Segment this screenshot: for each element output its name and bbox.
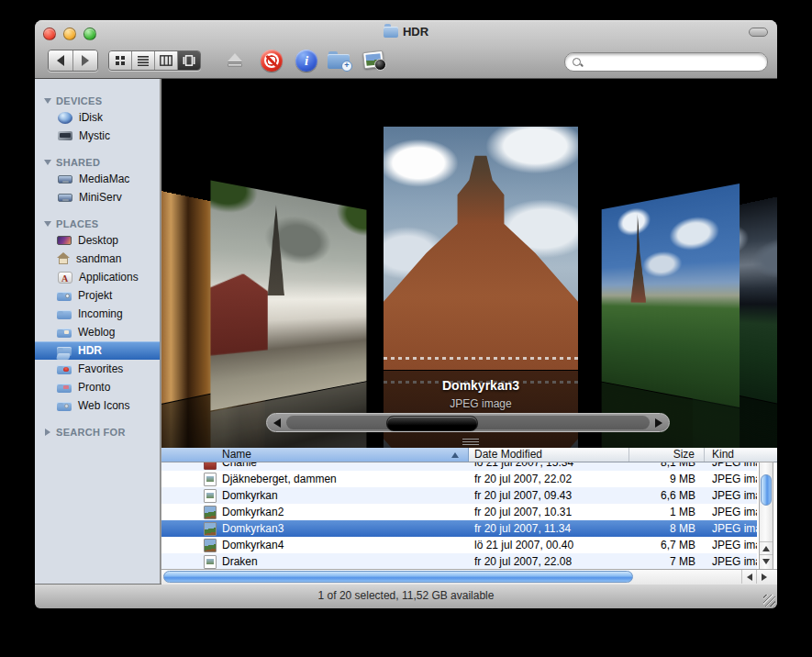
- pronto-folder-icon: [57, 384, 72, 393]
- search-field[interactable]: [564, 52, 768, 72]
- eject-button[interactable]: [221, 47, 249, 74]
- disclosure-triangle-icon[interactable]: [45, 429, 50, 436]
- table-row[interactable]: Domkyrkan4 lö 21 jul 2007, 00.40 6,7 MB …: [161, 537, 757, 553]
- pane-splitter-handle[interactable]: [462, 439, 479, 446]
- display-icon: [58, 175, 72, 184]
- scrub-left-icon[interactable]: [273, 418, 281, 428]
- scroll-left-button[interactable]: [741, 570, 756, 584]
- coverflow-view-button[interactable]: [177, 51, 200, 70]
- sidebar-item[interactable]: Favorites: [35, 360, 160, 378]
- table-row[interactable]: Domkyrkan3 fr 20 jul 2007, 11.34 8 MB JP…: [161, 520, 757, 537]
- sidebar-item-label: Favorites: [78, 362, 123, 375]
- cell-size: 7 MB: [629, 555, 705, 568]
- search-icon: [572, 57, 583, 68]
- arrow-left-icon: [747, 573, 752, 581]
- domkyrkan3-photo[interactable]: [384, 127, 578, 370]
- back-arrow-icon: [57, 55, 64, 66]
- vertical-scrollbar[interactable]: [759, 462, 773, 570]
- forward-button[interactable]: [72, 50, 97, 71]
- sidebar-item[interactable]: Desktop: [35, 231, 160, 250]
- town-spire-photo[interactable]: [602, 184, 740, 407]
- back-button[interactable]: [49, 50, 72, 71]
- toolbar-toggle-button[interactable]: [749, 28, 768, 37]
- icon-view-button[interactable]: [109, 51, 131, 70]
- doc-file-icon: [204, 473, 217, 486]
- sidebar-section-header[interactable]: SHARED: [35, 155, 160, 170]
- home-icon: [56, 251, 71, 266]
- vertical-scrollbar-thumb[interactable]: [761, 474, 772, 506]
- disclosure-triangle-icon[interactable]: [44, 221, 51, 227]
- sidebar-item[interactable]: Pronto: [35, 378, 160, 396]
- table-row[interactable]: Djäkneberget, dammen fr 20 jul 2007, 22.…: [161, 471, 757, 487]
- table-row[interactable]: Charlie lö 21 jul 2007, 15.34 8,1 MB JPE…: [161, 462, 757, 471]
- sidebar-item[interactable]: Incoming: [35, 305, 160, 323]
- sidebar-item-label: Weblog: [78, 326, 115, 339]
- coverflow-selected-title: Domkyrkan3: [384, 378, 578, 393]
- horizontal-scrollbar[interactable]: [161, 569, 777, 585]
- sidebar-section-header[interactable]: SEARCH FOR: [35, 425, 160, 440]
- cell-name: Domkyrkan4: [161, 539, 469, 552]
- sidebar-section-label: SEARCH FOR: [56, 427, 126, 438]
- coverflow-area[interactable]: Domkyrkan3 JPEG image: [161, 79, 777, 448]
- sidebar-item[interactable]: Projekt: [35, 286, 160, 305]
- photo-app-icon: [362, 50, 386, 71]
- cell-name: Domkyrkan: [161, 489, 469, 503]
- scroll-up-button[interactable]: [760, 541, 773, 555]
- sidebar-item[interactable]: HDR: [35, 341, 160, 360]
- column-header-name[interactable]: Name: [161, 448, 469, 462]
- disclosure-triangle-icon[interactable]: [44, 98, 51, 104]
- horizontal-scrollbar-thumb[interactable]: [163, 571, 633, 583]
- scrub-right-icon[interactable]: [655, 418, 662, 428]
- column-header-date-modified[interactable]: Date Modified: [469, 448, 629, 462]
- column-header-kind[interactable]: Kind: [705, 448, 777, 462]
- table-row[interactable]: Draken fr 20 jul 2007, 22.08 7 MB JPEG i…: [161, 553, 757, 570]
- coverflow-scrubber-thumb[interactable]: [386, 416, 478, 431]
- column-view-icon: [160, 55, 172, 66]
- scroll-down-button[interactable]: [760, 554, 773, 568]
- sidebar-item[interactable]: Mystic: [35, 127, 160, 145]
- cell-date-modified: fr 20 jul 2007, 10.31: [469, 506, 629, 518]
- column-header-size[interactable]: Size: [629, 448, 705, 462]
- scroll-right-button[interactable]: [756, 570, 771, 584]
- cover-photo: [210, 180, 366, 410]
- window-chrome[interactable]: HDR: [35, 20, 777, 79]
- list-view-button[interactable]: [131, 51, 154, 70]
- status-bar: 1 of 20 selected, 11,52 GB available: [35, 584, 777, 608]
- sidebar-section: SHARED MediaMac MiniServ: [35, 155, 160, 206]
- arrow-right-icon: [762, 573, 767, 581]
- sidebar-item-label: MiniServ: [79, 191, 122, 204]
- sidebar-item[interactable]: Weblog: [35, 323, 160, 341]
- sidebar-section-header[interactable]: DEVICES: [35, 94, 160, 108]
- column-view-button[interactable]: [154, 51, 177, 70]
- disclosure-triangle-icon[interactable]: [44, 160, 51, 165]
- photo-app-button[interactable]: [361, 47, 388, 74]
- sidebar-item[interactable]: iDisk: [35, 108, 160, 127]
- sidebar-item[interactable]: Applications: [35, 268, 160, 286]
- sidebar-item-label: Web Icons: [78, 399, 129, 412]
- favorites-folder-icon: [57, 365, 72, 374]
- sidebar-section-header[interactable]: PLACES: [35, 217, 160, 231]
- new-folder-button[interactable]: +: [326, 47, 353, 74]
- get-info-button[interactable]: i: [293, 47, 320, 74]
- cell-date-modified: fr 20 jul 2007, 09.43: [469, 489, 629, 502]
- folder-icon: [57, 310, 72, 319]
- sidebar-section: PLACES Desktop sandman: [35, 217, 160, 415]
- table-row[interactable]: Domkyrkan2 fr 20 jul 2007, 10.31 1 MB JP…: [161, 504, 757, 520]
- computer-icon: [58, 131, 72, 140]
- sidebar-item[interactable]: MiniServ: [35, 188, 160, 206]
- resize-grip[interactable]: [763, 595, 775, 607]
- search-input[interactable]: [583, 55, 767, 69]
- file-list: Name Date Modified Size Kind Charlie lö …: [161, 448, 777, 585]
- white-church-photo[interactable]: [210, 180, 366, 410]
- burn-restriction-button[interactable]: [258, 47, 285, 74]
- table-row[interactable]: Domkyrkan fr 20 jul 2007, 09.43 6,6 MB J…: [161, 487, 757, 504]
- sidebar-item[interactable]: MediaMac: [35, 170, 160, 188]
- sidebar-item[interactable]: Web Icons: [35, 396, 160, 415]
- coverflow-selected-kind: JPEG image: [384, 397, 578, 410]
- coverflow-scrubber[interactable]: [266, 413, 670, 432]
- sidebar-item[interactable]: sandman: [35, 250, 160, 268]
- doc-file-icon: [204, 489, 217, 503]
- sidebar-section: DEVICES iDisk Mystic: [35, 94, 160, 145]
- desktop-background: HDR: [0, 0, 812, 657]
- cell-kind: JPEG image: [705, 506, 757, 518]
